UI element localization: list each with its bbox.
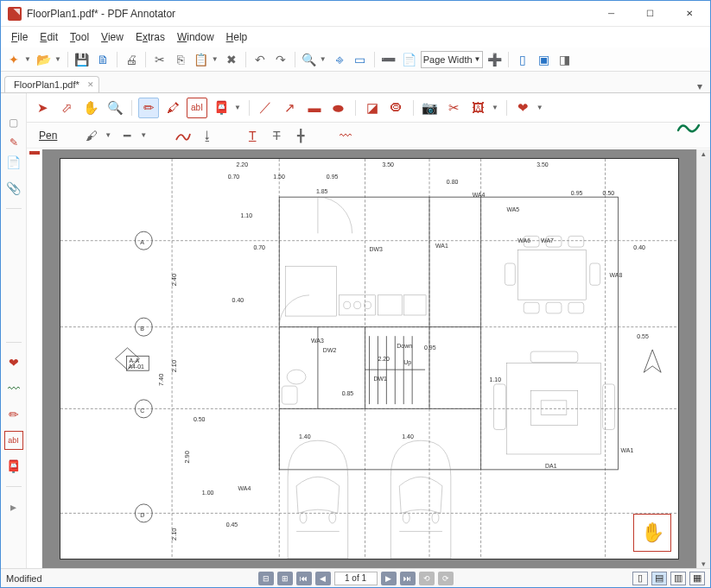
tab-close-icon[interactable]: ✕ bbox=[87, 80, 94, 89]
menu-help[interactable]: Help bbox=[221, 29, 253, 45]
zoom-in-icon[interactable]: ➕ bbox=[485, 50, 504, 69]
color-picker-icon[interactable]: 🖌 bbox=[81, 125, 102, 146]
smooth-line-icon[interactable] bbox=[173, 125, 194, 146]
close-button[interactable]: ✕ bbox=[670, 1, 708, 26]
side-stamp-icon[interactable]: 📮 bbox=[4, 457, 23, 476]
save-icon[interactable]: 💾 bbox=[73, 50, 92, 69]
side-favorite-icon[interactable]: ❤ bbox=[4, 353, 23, 372]
new-dropdown[interactable]: ▼ bbox=[24, 55, 31, 63]
menu-extras[interactable]: Extras bbox=[130, 29, 170, 45]
search-dropdown[interactable]: ▼ bbox=[320, 55, 327, 63]
select-tool-icon[interactable]: ⬀ bbox=[56, 98, 77, 118]
rect-tool-icon[interactable]: ▬ bbox=[304, 98, 325, 118]
save-as-icon[interactable]: 🗎 bbox=[93, 50, 112, 69]
svg-text:WA1: WA1 bbox=[435, 243, 448, 250]
line-tool-icon[interactable]: ／ bbox=[256, 98, 276, 118]
panel-tab-blank[interactable]: ▢ bbox=[6, 116, 22, 130]
text-tool-icon[interactable]: abI bbox=[187, 98, 207, 118]
delete-icon[interactable]: ✖ bbox=[222, 50, 241, 69]
maximize-button[interactable]: ☐ bbox=[631, 1, 670, 26]
menu-edit[interactable]: Edit bbox=[35, 29, 63, 45]
status-text: Modified bbox=[6, 573, 42, 584]
print-icon[interactable]: 🖨 bbox=[122, 50, 141, 69]
view-single-icon[interactable]: ▯ bbox=[632, 572, 648, 585]
camera-tool-icon[interactable]: 📷 bbox=[420, 98, 441, 118]
view-two-page-icon[interactable]: ▥ bbox=[670, 572, 686, 585]
menu-file[interactable]: File bbox=[6, 29, 33, 45]
svg-text:0.40: 0.40 bbox=[232, 297, 244, 304]
search-icon[interactable]: 🔍 bbox=[300, 50, 319, 69]
open-icon[interactable]: 📂 bbox=[35, 50, 54, 69]
text-strike-icon[interactable]: T bbox=[266, 125, 287, 146]
page-next-icon[interactable]: ▶ bbox=[381, 572, 397, 585]
svg-text:WA4: WA4 bbox=[238, 485, 251, 492]
tab-menu-dropdown[interactable]: ▾ bbox=[693, 80, 707, 92]
side-pen-variant-icon[interactable]: 〰 bbox=[4, 379, 23, 398]
crop-tool-icon[interactable]: ✂ bbox=[444, 98, 465, 118]
current-tool-label[interactable]: Pen bbox=[35, 128, 60, 143]
svg-rect-60 bbox=[530, 351, 578, 363]
cut-icon[interactable]: ✂ bbox=[150, 50, 169, 69]
line-width-icon[interactable]: ━ bbox=[117, 125, 137, 146]
zoom-out-icon[interactable]: ➖ bbox=[379, 50, 398, 69]
nav-back-icon[interactable]: ⟲ bbox=[419, 572, 435, 585]
image-tool-icon[interactable]: 🖼 bbox=[468, 98, 489, 118]
side-pencil-icon[interactable]: ✏ bbox=[4, 405, 23, 424]
view-book-icon[interactable]: ▦ bbox=[689, 572, 705, 585]
paste-dropdown[interactable]: ▼ bbox=[212, 55, 219, 63]
annotation-toolbar: ➤ ⬀ ✋ 🔍 ✏ 🖍 abI 📮▼ ／ ↗ ▬ ⬬ ◪ ⭖ 📷 ✂ 🖼▼ ❤▼ bbox=[27, 93, 710, 123]
cursor-tool-icon[interactable]: ➤ bbox=[32, 98, 53, 118]
pan-tool-icon[interactable]: ✋ bbox=[80, 98, 101, 118]
minimize-button[interactable]: ─ bbox=[592, 1, 631, 26]
page-first-icon[interactable]: ⏮ bbox=[296, 572, 312, 585]
lasso-erase-icon[interactable]: ⭖ bbox=[386, 98, 407, 118]
page-icon[interactable]: ▭ bbox=[351, 50, 370, 69]
document-viewport[interactable]: A B C D A-A A4-01 bbox=[42, 149, 696, 568]
side-textbox-icon[interactable]: abI bbox=[4, 431, 23, 450]
two-page-icon[interactable]: ▣ bbox=[534, 50, 553, 69]
menu-tool[interactable]: Tool bbox=[65, 29, 94, 45]
page-number-input[interactable]: 1 of 1 bbox=[334, 572, 378, 585]
side-note-icon[interactable]: 📄 bbox=[4, 153, 23, 172]
side-collapse-icon[interactable]: ▸ bbox=[4, 497, 23, 516]
side-attach-icon[interactable]: 📎 bbox=[4, 179, 23, 198]
undo-icon[interactable]: ↶ bbox=[251, 50, 270, 69]
vertical-scrollbar[interactable] bbox=[696, 149, 710, 568]
copy-icon[interactable]: ⎘ bbox=[171, 50, 190, 69]
page-prev-icon[interactable]: ◀ bbox=[315, 572, 331, 585]
favorite-tool-icon[interactable]: ❤ bbox=[513, 98, 534, 118]
new-icon[interactable]: ✦ bbox=[4, 50, 23, 69]
text-underline-icon[interactable]: T bbox=[242, 125, 263, 146]
panel-tab-pen[interactable]: ✎ bbox=[6, 136, 22, 150]
zoom-select[interactable]: Page Width▼ bbox=[421, 51, 484, 68]
hand-tool-overlay-icon[interactable]: ✋ bbox=[633, 514, 671, 552]
single-page-icon[interactable]: ▯ bbox=[513, 50, 532, 69]
stamp-tool-icon[interactable]: 📮 bbox=[211, 98, 232, 118]
pen-tool-icon[interactable]: ✏ bbox=[138, 98, 159, 118]
text-plus-icon[interactable]: ╋ bbox=[290, 125, 311, 146]
page-last-icon[interactable]: ⏭ bbox=[400, 572, 416, 585]
paste-icon[interactable]: 📋 bbox=[192, 50, 211, 69]
open-dropdown[interactable]: ▼ bbox=[54, 55, 61, 63]
menu-window[interactable]: Window bbox=[172, 29, 219, 45]
view-continuous-icon[interactable]: ▤ bbox=[651, 572, 667, 585]
svg-point-63 bbox=[329, 512, 336, 523]
svg-rect-32 bbox=[378, 295, 402, 315]
eraser-tool-icon[interactable]: ◪ bbox=[362, 98, 383, 118]
pressure-icon[interactable]: ⭳ bbox=[197, 125, 218, 146]
page-thumb-next-icon[interactable]: ⊞ bbox=[277, 572, 293, 585]
redo-icon[interactable]: ↷ bbox=[271, 50, 290, 69]
autosmooth-icon[interactable]: 〰 bbox=[335, 125, 356, 146]
page-thumb-prev-icon[interactable]: ⊟ bbox=[258, 572, 274, 585]
menu-view[interactable]: View bbox=[96, 29, 129, 45]
nav-fwd-icon[interactable]: ⟳ bbox=[438, 572, 454, 585]
fit-icon[interactable]: 📄 bbox=[400, 50, 419, 69]
zoom-tool-icon[interactable]: 🔍 bbox=[105, 98, 125, 118]
highlighter-tool-icon[interactable]: 🖍 bbox=[162, 98, 183, 118]
document-tab[interactable]: FloorPlan1.pdf* ✕ bbox=[4, 76, 99, 92]
svg-text:WA3: WA3 bbox=[311, 337, 324, 344]
fullscreen-icon[interactable]: ◨ bbox=[555, 50, 574, 69]
arrow-tool-icon[interactable]: ↗ bbox=[280, 98, 301, 118]
goto-icon[interactable]: ⎆ bbox=[330, 50, 349, 69]
ellipse-tool-icon[interactable]: ⬬ bbox=[328, 98, 349, 118]
